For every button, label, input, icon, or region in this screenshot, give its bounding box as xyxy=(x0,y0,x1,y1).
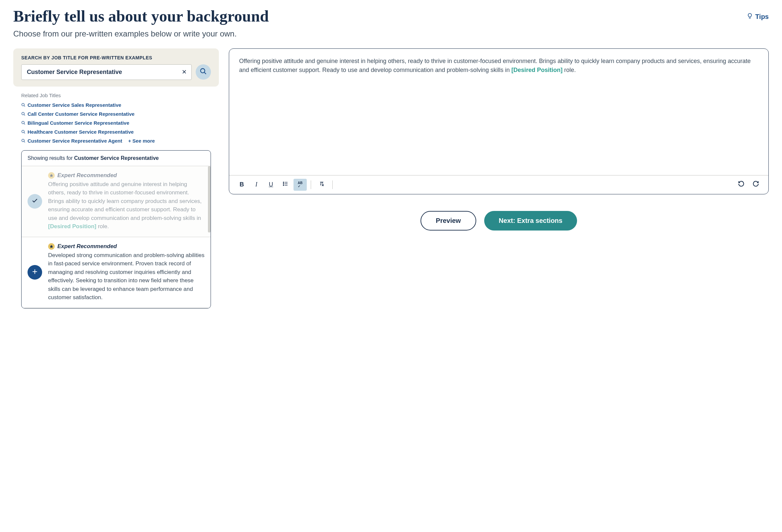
results-prefix: Showing results for xyxy=(28,155,74,161)
svg-line-9 xyxy=(24,132,25,133)
svg-point-2 xyxy=(22,103,25,106)
tips-label: Tips xyxy=(755,13,769,21)
left-panel: SEARCH BY JOB TITLE FOR PRE-WRITTEN EXAM… xyxy=(13,48,219,309)
related-item-label: Customer Service Sales Representative xyxy=(28,102,121,108)
scrollbar[interactable] xyxy=(208,166,211,233)
result-item[interactable]: Expert Recommended Offering positive att… xyxy=(22,166,211,237)
svg-point-8 xyxy=(22,130,25,133)
clear-icon[interactable]: ✕ xyxy=(177,68,191,76)
related-item-label: Healthcare Customer Service Representati… xyxy=(28,129,134,135)
expert-badge: Expert Recommended xyxy=(48,243,205,250)
expert-label: Expert Recommended xyxy=(58,172,117,179)
clear-format-icon xyxy=(318,180,325,189)
bullet-list-button[interactable] xyxy=(279,179,292,191)
search-icon xyxy=(21,139,26,143)
related-item[interactable]: Bilingual Customer Service Representativ… xyxy=(21,120,211,126)
svg-line-11 xyxy=(24,141,25,142)
star-icon xyxy=(48,243,55,250)
svg-point-10 xyxy=(22,139,25,142)
tips-link[interactable]: Tips xyxy=(747,7,769,21)
results-header: Showing results for Customer Service Rep… xyxy=(22,150,211,166)
spellcheck-icon: AB✓ xyxy=(298,181,303,188)
list-icon xyxy=(283,181,288,188)
main-container: SEARCH BY JOB TITLE FOR PRE-WRITTEN EXAM… xyxy=(13,48,769,309)
placeholder-pill: [Desired Position] xyxy=(48,223,96,229)
related-item-label: Bilingual Customer Service Representativ… xyxy=(28,120,129,126)
result-text-wrap: Expert Recommended Offering positive att… xyxy=(48,172,205,231)
see-more-link[interactable]: + See more xyxy=(128,138,154,144)
related-item[interactable]: Customer Service Representative Agent xyxy=(21,138,122,144)
clear-format-button[interactable] xyxy=(315,179,328,191)
svg-point-20 xyxy=(283,185,284,185)
related-section: Related Job Titles Customer Service Sale… xyxy=(13,86,219,144)
search-section: SEARCH BY JOB TITLE FOR PRE-WRITTEN EXAM… xyxy=(13,48,219,86)
result-item[interactable]: Expert Recommended Developed strong comm… xyxy=(22,237,211,308)
search-icon xyxy=(200,68,207,76)
expert-badge: Expert Recommended xyxy=(48,172,205,179)
search-icon xyxy=(21,130,26,134)
related-row-last: Customer Service Representative Agent + … xyxy=(21,138,211,144)
search-icon xyxy=(21,103,26,107)
result-text: Developed strong communication and probl… xyxy=(48,251,205,302)
page-subtitle: Choose from our pre-written examples bel… xyxy=(13,29,769,38)
preview-button[interactable]: Preview xyxy=(421,211,476,230)
action-row: Preview Next: Extra sections xyxy=(229,211,769,230)
search-icon xyxy=(21,112,26,116)
search-icon xyxy=(21,121,26,125)
placeholder-pill[interactable]: [Desired Position] xyxy=(511,67,563,73)
next-button[interactable]: Next: Extra sections xyxy=(484,211,577,230)
plus-icon xyxy=(32,268,38,276)
toolbar-divider xyxy=(311,180,311,189)
svg-line-3 xyxy=(24,105,25,106)
svg-point-18 xyxy=(283,183,284,184)
related-item[interactable]: Customer Service Sales Representative xyxy=(21,102,211,108)
related-item[interactable]: Call Center Customer Service Representat… xyxy=(21,111,211,117)
svg-line-7 xyxy=(24,123,25,125)
redo-button[interactable] xyxy=(749,179,762,191)
redo-icon xyxy=(752,180,759,189)
search-input-wrap: ✕ xyxy=(21,64,192,80)
undo-button[interactable] xyxy=(735,179,748,191)
lightbulb-icon xyxy=(747,12,753,21)
check-icon xyxy=(32,197,38,205)
search-label: SEARCH BY JOB TITLE FOR PRE-WRITTEN EXAM… xyxy=(21,55,211,60)
result-selected-button[interactable] xyxy=(28,194,42,209)
svg-line-5 xyxy=(24,114,25,115)
related-item[interactable]: Healthcare Customer Service Representati… xyxy=(21,129,211,135)
related-item-label: Call Center Customer Service Representat… xyxy=(28,111,135,117)
italic-button[interactable]: I xyxy=(250,179,263,191)
related-list: Customer Service Sales Representative Ca… xyxy=(21,102,211,144)
bold-button[interactable]: B xyxy=(235,179,248,191)
search-input[interactable] xyxy=(22,65,177,80)
svg-marker-12 xyxy=(50,174,53,177)
page-header: Briefly tell us about your background Ti… xyxy=(13,7,769,26)
svg-point-16 xyxy=(283,182,284,182)
editor-toolbar: B I U AB✓ xyxy=(229,175,769,194)
editor-box: Offering positive attitude and genuine i… xyxy=(229,48,769,194)
search-button[interactable] xyxy=(196,64,211,80)
undo-icon xyxy=(738,180,745,189)
results-term: Customer Service Representative xyxy=(74,155,159,161)
svg-line-1 xyxy=(204,72,206,74)
spellcheck-button[interactable]: AB✓ xyxy=(293,179,307,191)
right-panel: Offering positive attitude and genuine i… xyxy=(229,48,769,309)
star-icon xyxy=(48,172,55,179)
svg-point-4 xyxy=(22,112,25,115)
svg-point-6 xyxy=(22,121,25,124)
underline-button[interactable]: U xyxy=(264,179,278,191)
search-row: ✕ xyxy=(21,64,211,80)
result-add-button[interactable] xyxy=(28,265,42,280)
svg-point-0 xyxy=(201,69,205,73)
page-title: Briefly tell us about your background xyxy=(13,7,269,26)
expert-label: Expert Recommended xyxy=(58,243,117,250)
svg-marker-15 xyxy=(50,245,53,248)
editor-content[interactable]: Offering positive attitude and genuine i… xyxy=(229,49,769,175)
related-label: Related Job Titles xyxy=(21,93,211,98)
result-text-wrap: Expert Recommended Developed strong comm… xyxy=(48,243,205,302)
toolbar-divider xyxy=(332,180,333,189)
result-text: Offering positive attitude and genuine i… xyxy=(48,180,205,231)
results-box: Showing results for Customer Service Rep… xyxy=(21,150,211,309)
related-item-label: Customer Service Representative Agent xyxy=(28,138,122,144)
